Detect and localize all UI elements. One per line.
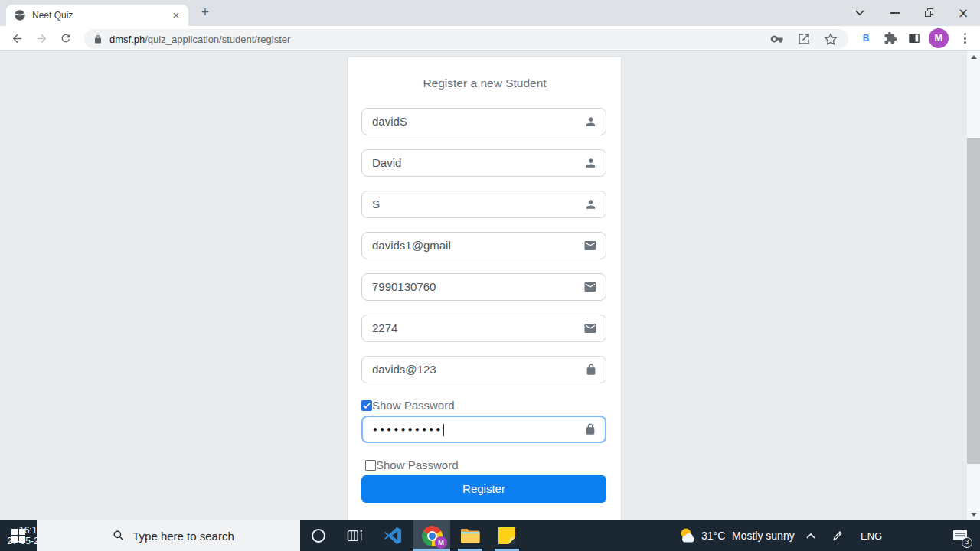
checkmark-icon	[363, 403, 371, 409]
person-icon	[584, 157, 597, 170]
person-icon	[584, 198, 597, 211]
chrome-profile-badge: M	[435, 536, 447, 549]
username-input[interactable]: davidS	[361, 108, 606, 135]
secure-lock-icon	[93, 34, 103, 44]
chrome-taskbar-button-active[interactable]: M	[413, 520, 450, 551]
back-icon	[11, 32, 24, 45]
extension-b-icon[interactable]: B	[856, 29, 876, 47]
side-panel-icon[interactable]	[904, 29, 924, 47]
password-value: davids@123	[372, 363, 436, 376]
search-icon	[113, 530, 125, 542]
bookmark-star-icon[interactable]	[824, 32, 838, 46]
windows-taskbar: Type here to search M	[0, 520, 980, 551]
cortana-button[interactable]	[300, 520, 337, 551]
search-placeholder: Type here to search	[132, 530, 234, 543]
first-name-value: David	[372, 156, 401, 169]
password-key-icon[interactable]	[770, 32, 784, 46]
globe-favicon-icon	[14, 9, 26, 21]
scrollbar-thumb[interactable]	[967, 138, 980, 464]
lock-icon	[585, 364, 597, 377]
register-form-card: Register a new Student davidS David S da…	[348, 57, 621, 520]
vscode-taskbar-button[interactable]	[374, 520, 412, 551]
confirm-password-input-focused[interactable]: ••••••••••	[361, 416, 606, 443]
sticky-notes-taskbar-button[interactable]	[488, 520, 525, 551]
page-scrollbar[interactable]	[967, 51, 980, 520]
address-bar[interactable]: dmsf.ph/quiz_application/student/registe…	[84, 29, 848, 49]
file-explorer-icon	[460, 527, 480, 544]
last-name-value: S	[372, 197, 380, 210]
show-password-checkbox-checked[interactable]	[361, 400, 372, 411]
password-input[interactable]: davids@123	[361, 356, 606, 383]
envelope-icon	[583, 239, 597, 253]
window-close-button[interactable]: ×	[946, 0, 980, 25]
pincode-value: 2274	[372, 321, 397, 334]
task-view-button[interactable]	[337, 520, 374, 551]
tray-expand-chevron-icon[interactable]	[805, 520, 827, 551]
window-restore-button[interactable]	[913, 0, 945, 25]
browser-menu-icon[interactable]	[959, 31, 971, 46]
restore-icon	[925, 8, 933, 17]
url-path: /quiz_application/student/register	[145, 34, 290, 45]
screen: Neet Quiz × + × dmsf.ph/quiz_application…	[0, 0, 980, 551]
url-text: dmsf.ph/quiz_application/student/registe…	[109, 34, 290, 45]
email-input[interactable]: davids1@gmail	[361, 232, 606, 259]
show-password-label[interactable]: Show Password	[372, 399, 455, 412]
refresh-icon	[60, 32, 72, 44]
scrollbar-down-arrow[interactable]	[967, 508, 980, 520]
forward-icon	[35, 32, 48, 45]
share-icon[interactable]	[797, 32, 811, 46]
pincode-input[interactable]: 2274	[361, 315, 606, 342]
email-value: davids1@gmail	[372, 239, 451, 252]
weather-icon[interactable]	[678, 520, 698, 551]
window-minimize-button[interactable]	[879, 0, 911, 25]
text-caret	[443, 424, 445, 436]
tab-search-chevron-icon[interactable]	[845, 0, 874, 25]
envelope-icon	[583, 280, 597, 294]
last-name-input[interactable]: S	[361, 191, 606, 218]
show-password-row-1: Show Password	[361, 399, 455, 411]
phone-value: 7990130760	[372, 280, 436, 293]
url-host: dmsf.ph	[109, 34, 145, 45]
minimize-icon	[890, 12, 900, 14]
scrollbar-up-arrow[interactable]	[967, 51, 980, 63]
windows-logo-icon	[11, 529, 25, 543]
refresh-button[interactable]	[57, 29, 75, 47]
cortana-icon	[312, 529, 325, 543]
extensions-puzzle-icon[interactable]	[880, 29, 900, 47]
browser-tab[interactable]: Neet Quiz ×	[6, 5, 188, 26]
person-icon	[584, 116, 597, 129]
tab-title: Neet Quiz	[32, 10, 170, 21]
file-explorer-taskbar-button[interactable]	[452, 520, 488, 551]
phone-input[interactable]: 7990130760	[361, 273, 606, 301]
show-password-row-2: Show Password	[365, 459, 459, 471]
tab-close-icon[interactable]: ×	[170, 9, 182, 21]
weather-temperature[interactable]: 31°C	[701, 520, 725, 551]
forward-button[interactable]	[32, 29, 51, 47]
new-tab-button[interactable]: +	[196, 4, 214, 22]
start-button[interactable]	[0, 520, 37, 551]
form-heading: Register a new Student	[348, 77, 621, 90]
notification-count-badge: 3	[962, 537, 972, 548]
weather-condition[interactable]: Mostly sunny	[732, 520, 795, 551]
vscode-icon	[384, 527, 402, 545]
profile-avatar[interactable]: M	[929, 28, 949, 48]
browser-tab-strip: Neet Quiz × + ×	[0, 0, 980, 26]
username-value: davidS	[372, 115, 407, 128]
envelope-icon	[583, 321, 597, 335]
show-password-checkbox-unchecked[interactable]	[365, 460, 376, 471]
show-password-label[interactable]: Show Password	[376, 458, 459, 471]
sticky-note-icon	[498, 527, 516, 545]
pen-workspace-icon[interactable]	[831, 520, 853, 551]
lock-icon	[584, 423, 596, 436]
first-name-input[interactable]: David	[361, 149, 606, 177]
browser-toolbar: dmsf.ph/quiz_application/student/registe…	[0, 26, 980, 51]
language-indicator[interactable]: ENG	[861, 520, 882, 551]
action-center-button[interactable]: 3	[946, 520, 974, 551]
register-button[interactable]: Register	[361, 475, 606, 503]
taskbar-search-box[interactable]: Type here to search	[37, 520, 300, 551]
masked-password-value: ••••••••••	[372, 425, 443, 435]
task-view-icon	[347, 528, 364, 543]
back-button[interactable]	[8, 29, 26, 47]
